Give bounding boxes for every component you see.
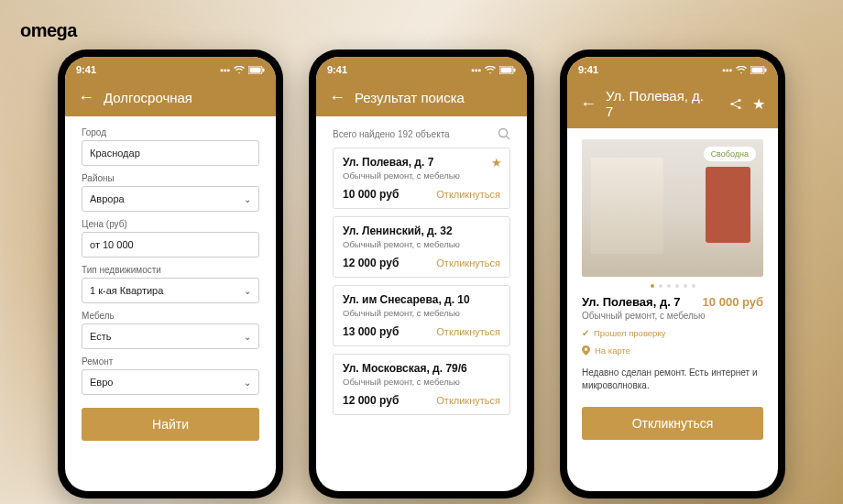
carousel-dots[interactable]: [582, 284, 763, 288]
back-icon[interactable]: ←: [78, 88, 94, 107]
respond-button[interactable]: Откликнуться: [582, 407, 763, 440]
type-label: Тип недвижимости: [82, 265, 259, 275]
svg-point-6: [499, 129, 508, 137]
share-icon[interactable]: [729, 97, 743, 111]
furniture-select[interactable]: Есть⌄: [82, 323, 259, 349]
chevron-down-icon: ⌄: [244, 378, 251, 388]
result-title: Ул. Полевая, д. 7: [343, 156, 500, 169]
result-card[interactable]: Ул. им Снесарева, д. 10Обычный ремонт, с…: [333, 285, 510, 346]
city-label: Город: [82, 127, 259, 137]
result-price: 10 000 руб: [343, 188, 399, 201]
result-subtitle: Обычный ремонт, с мебелью: [343, 239, 500, 249]
search-icon[interactable]: [498, 127, 510, 140]
verified-row[interactable]: ✔ Прошел проверку: [582, 328, 763, 338]
result-title: Ул. им Снесарева, д. 10: [343, 293, 500, 306]
listing-heading: Ул. Полевая, д. 7: [582, 295, 681, 309]
svg-rect-2: [263, 68, 265, 71]
status-icons: ▪▪▪: [220, 65, 265, 75]
result-subtitle: Обычный ремонт, с мебелью: [343, 377, 500, 387]
svg-point-13: [738, 105, 740, 108]
svg-line-14: [733, 101, 738, 104]
city-input[interactable]: Краснодар: [82, 140, 259, 166]
status-bar: 9:41 ▪▪▪: [316, 57, 527, 82]
result-card[interactable]: Ул. Московская, д. 79/6Обычный ремонт, с…: [333, 354, 510, 415]
status-time: 9:41: [327, 64, 347, 75]
renovation-label: Ремонт: [82, 356, 259, 367]
screen-title: Результат поиска: [355, 90, 465, 105]
brand-logo: omega: [20, 20, 77, 41]
signal-icon: ▪▪▪: [471, 65, 481, 75]
status-icons: ▪▪▪: [471, 65, 516, 75]
favorite-icon[interactable]: ★: [752, 95, 765, 113]
result-subtitle: Обычный ремонт, с мебелью: [343, 308, 500, 318]
listing-subtitle: Обычный ремонт, с мебелью: [582, 311, 763, 321]
status-bar: 9:41 ▪▪▪: [567, 57, 778, 82]
svg-rect-4: [501, 67, 512, 72]
chevron-down-icon: ⌄: [244, 332, 251, 342]
result-card[interactable]: Ул. Ленинский, д. 32Обычный ремонт, с ме…: [333, 216, 510, 278]
results-summary: Всего найдено 192 объекта: [333, 129, 450, 139]
svg-line-15: [733, 104, 738, 107]
back-icon[interactable]: ←: [329, 88, 345, 107]
renovation-select[interactable]: Евро⌄: [82, 369, 259, 395]
status-time: 9:41: [578, 64, 598, 75]
result-title: Ул. Ленинский, д. 32: [343, 225, 500, 237]
price-input[interactable]: от 10 000: [82, 232, 259, 257]
respond-link[interactable]: Откликнуться: [436, 189, 500, 200]
result-price: 12 000 руб: [343, 257, 399, 269]
result-subtitle: Обычный ремонт, с мебелью: [343, 170, 500, 181]
map-link[interactable]: На карте: [582, 345, 763, 356]
respond-link[interactable]: Откликнуться: [436, 395, 500, 406]
results-list: ★Ул. Полевая, д. 7Обычный ремонт, с мебе…: [333, 148, 510, 415]
search-button[interactable]: Найти: [82, 408, 259, 441]
signal-icon: ▪▪▪: [722, 65, 732, 75]
status-badge: Свободна: [704, 147, 756, 161]
wifi-icon: [234, 66, 245, 74]
listing-photo[interactable]: Свободна: [582, 139, 763, 277]
battery-icon: [248, 66, 265, 74]
status-bar: 9:41 ▪▪▪: [65, 57, 276, 82]
signal-icon: ▪▪▪: [220, 65, 230, 75]
result-card[interactable]: ★Ул. Полевая, д. 7Обычный ремонт, с мебе…: [333, 148, 510, 209]
wifi-icon: [485, 66, 496, 74]
svg-rect-5: [514, 68, 516, 71]
listing-price: 10 000 руб: [703, 295, 763, 309]
status-time: 9:41: [76, 64, 96, 75]
chevron-down-icon: ⌄: [244, 286, 251, 296]
app-bar: ← Долгосрочная: [65, 82, 276, 116]
result-title: Ул. Московская, д. 79/6: [343, 362, 500, 375]
screen-title: Ул. Полевая, д. 7: [606, 88, 711, 119]
phone-row: 9:41 ▪▪▪ ← Долгосрочная Город: [0, 49, 843, 499]
battery-icon: [750, 66, 767, 74]
wifi-icon: [736, 66, 747, 74]
svg-rect-10: [765, 68, 767, 71]
result-price: 13 000 руб: [343, 325, 399, 338]
check-icon: ✔: [582, 328, 589, 338]
district-label: Районы: [82, 173, 259, 183]
respond-link[interactable]: Откликнуться: [436, 257, 500, 268]
screen-title: Долгосрочная: [104, 90, 192, 105]
district-select[interactable]: Аврора⌄: [82, 186, 259, 212]
status-icons: ▪▪▪: [722, 65, 767, 75]
result-price: 12 000 руб: [343, 394, 399, 407]
svg-line-7: [507, 137, 510, 140]
app-bar: ← Ул. Полевая, д. 7 ★: [567, 82, 778, 128]
price-label: Цена (руб): [82, 219, 259, 229]
type-select[interactable]: 1 к-ая Квартира⌄: [82, 278, 259, 303]
star-icon[interactable]: ★: [491, 156, 502, 170]
pin-icon: [582, 345, 590, 356]
svg-rect-1: [250, 67, 261, 72]
furniture-label: Мебель: [82, 311, 259, 321]
phone-frame-3: 9:41 ▪▪▪ ← Ул. Полевая, д. 7 ★ Свободна: [560, 49, 785, 499]
chevron-down-icon: ⌄: [244, 194, 251, 204]
back-icon[interactable]: ←: [580, 94, 597, 114]
respond-link[interactable]: Откликнуться: [436, 326, 500, 337]
battery-icon: [499, 66, 516, 74]
svg-point-12: [738, 98, 740, 101]
app-bar: ← Результат поиска: [316, 82, 527, 116]
phone-frame-1: 9:41 ▪▪▪ ← Долгосрочная Город: [58, 49, 283, 499]
listing-description: Недавно сделан ремонт. Есть интернет и м…: [582, 367, 763, 392]
phone-frame-2: 9:41 ▪▪▪ ← Результат поиска Всего найден…: [309, 49, 534, 499]
svg-rect-9: [752, 67, 763, 72]
